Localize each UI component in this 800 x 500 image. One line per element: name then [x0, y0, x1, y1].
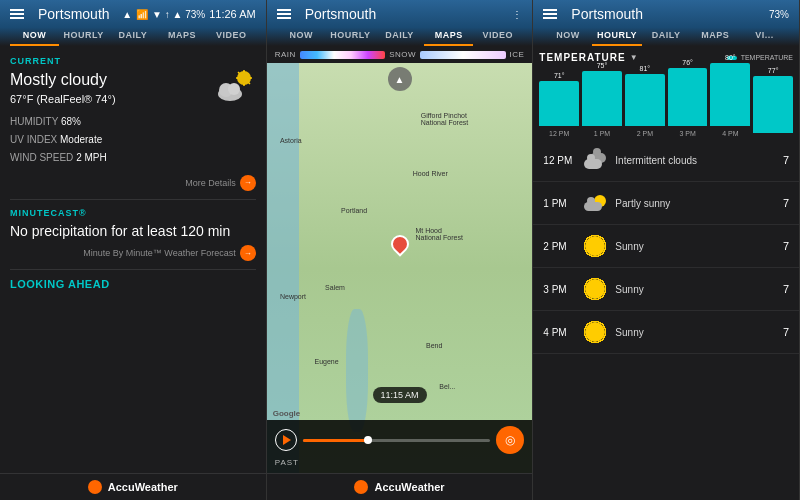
temperature-text: 67°F (RealFeel® 74°): [10, 93, 116, 105]
tab-hourly-1[interactable]: HOURLY: [59, 26, 108, 46]
header-status-3: 73%: [769, 9, 789, 20]
tab-video-2[interactable]: VIDEO: [473, 26, 522, 46]
rain-label: RAIN: [275, 50, 296, 59]
wifi-icon: 📶: [136, 9, 148, 20]
panel1-nav: NOW HOURLY DAILY MAPS VIDEO: [10, 26, 256, 46]
current-label: CURRENT: [10, 56, 256, 66]
bar-chart: 71° 12 PM 75° 1 PM 81° 2 PM 76° 3 PM 80°: [539, 67, 793, 137]
play-button[interactable]: [275, 429, 297, 451]
bar-temp-2: 81°: [640, 65, 651, 72]
hourly-temp-3: 7: [783, 283, 789, 295]
hourly-desc-2: Sunny: [615, 241, 783, 252]
collapse-button[interactable]: ▲: [388, 67, 412, 91]
kebab-icon[interactable]: ⋮: [512, 9, 522, 20]
hourly-row-1pm[interactable]: 1 PM Partly sunny 7: [533, 182, 799, 225]
hourly-row-3pm[interactable]: 3 PM Sunny 7: [533, 268, 799, 311]
google-logo: Google: [273, 409, 301, 418]
bar-temp-0: 71°: [554, 72, 565, 79]
hourly-row-12pm[interactable]: 12 PM Intermittent clouds 7: [533, 139, 799, 182]
tab-vi-3[interactable]: VI...: [740, 26, 789, 46]
city-gifford: Gifford PinchotNational Forest: [421, 112, 468, 126]
hourly-desc-3: Sunny: [615, 284, 783, 295]
bar-time-2: 2 PM: [637, 130, 653, 137]
bar-5pm: 77°: [753, 67, 793, 137]
sun-icon-4: [585, 322, 605, 342]
timeline-bar[interactable]: [303, 439, 491, 442]
clock: 11:26 AM: [209, 8, 255, 20]
city-hood-river: Hood River: [413, 170, 448, 177]
city-astoria: Astoria: [280, 137, 302, 144]
battery-icon: ▼ ↑ ▲ 73%: [152, 9, 205, 20]
hamburger-menu[interactable]: [10, 9, 24, 19]
weather-icon: [216, 70, 256, 100]
panel-hourly: Portsmouth 73% NOW HOURLY DAILY MAPS VI.…: [533, 0, 800, 500]
hamburger-menu-3[interactable]: [543, 9, 557, 19]
city-portland: Portland: [341, 207, 367, 214]
humidity-value: 68%: [61, 116, 81, 127]
tab-daily-1[interactable]: DAILY: [108, 26, 157, 46]
hourly-row-2pm[interactable]: 2 PM Sunny 7: [533, 225, 799, 268]
tab-hourly-3[interactable]: HOURLY: [592, 26, 641, 46]
map-location-pin: [391, 235, 409, 259]
accuweather-logo-dot: [88, 480, 102, 494]
past-label: PAST: [275, 458, 525, 467]
tab-maps-1[interactable]: MAPS: [157, 26, 206, 46]
hourly-row-4pm[interactable]: 4 PM Sunny 7: [533, 311, 799, 354]
bar-temp-3: 76°: [682, 59, 693, 66]
more-details-link[interactable]: More Details →: [10, 175, 256, 191]
sun-icon-2: [585, 236, 605, 256]
hourly-desc-4: Sunny: [615, 327, 783, 338]
cloud-front: [584, 159, 602, 169]
accuweather-logo-dot-2: [354, 480, 368, 494]
hourly-icon-1: [581, 189, 609, 217]
current-weather: Mostly cloudy 67°F (RealFeel® 74°): [10, 70, 256, 105]
minutecast-sub[interactable]: Minute By Minute™ Weather Forecast →: [10, 245, 256, 261]
location-icon: ◎: [505, 433, 515, 447]
ice-label: ICE: [510, 50, 525, 59]
signal-icon-3: 73%: [769, 9, 789, 20]
tab-now-2[interactable]: NOW: [277, 26, 326, 46]
panel2-nav: NOW HOURLY DAILY MAPS VIDEO: [277, 26, 523, 46]
hourly-time-1: 1 PM: [543, 198, 581, 209]
panel2-footer: AccuWeather: [267, 473, 533, 500]
chart-dropdown-icon[interactable]: ▼: [630, 53, 638, 62]
city-salem: Salem: [325, 284, 345, 291]
panel3-title: Portsmouth: [571, 6, 643, 22]
hourly-desc-1: Partly sunny: [615, 198, 783, 209]
tab-now-3[interactable]: NOW: [543, 26, 592, 46]
location-button[interactable]: ◎: [496, 426, 524, 454]
tab-hourly-2[interactable]: HOURLY: [326, 26, 375, 46]
uv-value: Moderate: [60, 134, 102, 145]
tab-now-1[interactable]: NOW: [10, 26, 59, 46]
city-mt-hood: Mt HoodNational Forest: [415, 227, 462, 241]
panel2-header: Portsmouth ⋮ NOW HOURLY DAILY MAPS VIDEO: [267, 0, 533, 46]
bar-2pm: 81° 2 PM: [625, 65, 665, 137]
precip-bar: RAIN SNOW ICE: [267, 46, 533, 63]
tab-daily-2[interactable]: DAILY: [375, 26, 424, 46]
bar-body-2: [625, 74, 665, 126]
bar-temp-1: 75°: [597, 62, 608, 69]
timeline-control: ◎: [275, 426, 525, 454]
hourly-desc-0: Intermittent clouds: [615, 155, 783, 166]
bar-time-4: 4 PM: [722, 130, 738, 137]
city-bel: Bel...: [439, 383, 455, 390]
tab-daily-3[interactable]: DAILY: [642, 26, 691, 46]
bar-time-1: 1 PM: [594, 130, 610, 137]
tab-maps-3[interactable]: MAPS: [691, 26, 740, 46]
bar-1pm: 75° 1 PM: [582, 62, 622, 137]
bar-12pm: 71° 12 PM: [539, 72, 579, 137]
city-newport: Newport: [280, 293, 306, 300]
tab-maps-2[interactable]: MAPS: [424, 26, 473, 46]
map-container[interactable]: Astoria Portland Hood River Gifford Pinc…: [267, 63, 533, 473]
hourly-time-2: 2 PM: [543, 241, 581, 252]
header-status-2: ⋮: [512, 9, 522, 20]
bar-time-3: 3 PM: [679, 130, 695, 137]
accuweather-brand: AccuWeather: [108, 481, 178, 493]
tab-video-1[interactable]: VIDEO: [207, 26, 256, 46]
panel-now: Portsmouth ▲ 📶 ▼ ↑ ▲ 73% 11:26 AM NOW HO…: [0, 0, 267, 500]
panel-maps: Portsmouth ⋮ NOW HOURLY DAILY MAPS VIDEO…: [267, 0, 534, 500]
pc-cloud: [584, 202, 602, 211]
hamburger-menu-2[interactable]: [277, 9, 291, 19]
city-bend: Bend: [426, 342, 442, 349]
play-icon: [283, 435, 291, 445]
